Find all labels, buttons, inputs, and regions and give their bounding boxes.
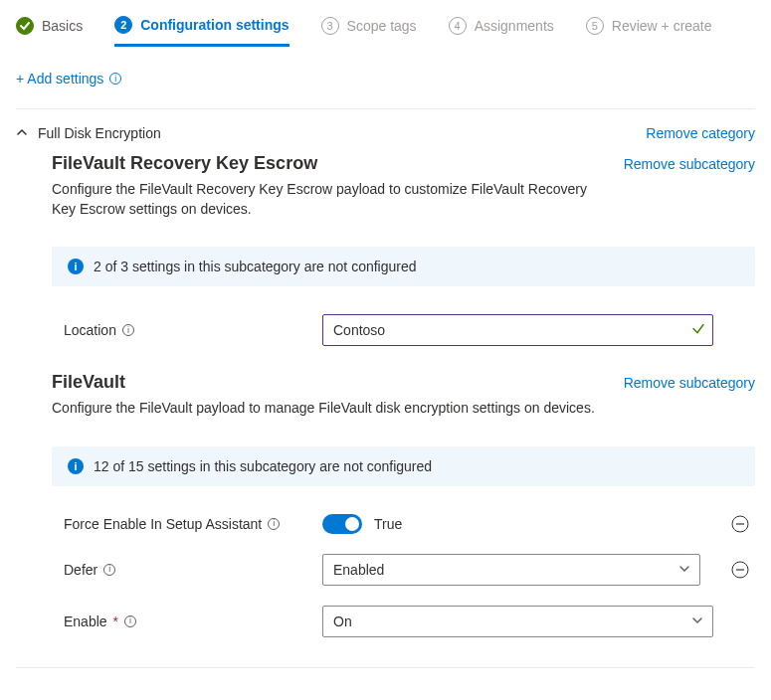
subcategory-description: Configure the FileVault payload to manag… xyxy=(52,399,609,419)
step-configuration-settings[interactable]: 2 Configuration settings xyxy=(114,16,289,47)
step-scope-tags[interactable]: 3 Scope tags xyxy=(321,17,417,45)
subcategory-filevault: FileVault Remove subcategory Configure t… xyxy=(52,372,755,637)
defer-select[interactable]: Enabled xyxy=(322,554,700,586)
info-icon: i xyxy=(68,259,84,274)
category-header: Full Disk Encryption Remove category xyxy=(16,125,755,141)
remove-category-link[interactable]: Remove category xyxy=(646,125,755,141)
step-number-icon: 3 xyxy=(321,17,339,35)
setting-row-force-enable: Force Enable In Setup Assistant i True xyxy=(52,514,755,534)
banner-text: 12 of 15 settings in this subcategory ar… xyxy=(94,458,432,474)
step-label: Assignments xyxy=(475,18,554,34)
step-label: Review + create xyxy=(612,18,712,34)
subcategory-filevault-escrow: FileVault Recovery Key Escrow Remove sub… xyxy=(52,153,755,346)
step-number-icon: 2 xyxy=(114,16,132,34)
subcategory-title: FileVault xyxy=(52,372,125,393)
info-banner: i 12 of 15 settings in this subcategory … xyxy=(52,446,755,486)
force-enable-toggle[interactable] xyxy=(322,514,362,534)
remove-setting-icon[interactable] xyxy=(731,515,749,533)
setting-row-defer: Defer i Enabled xyxy=(52,554,755,586)
step-number-icon: 4 xyxy=(449,17,467,35)
location-input[interactable] xyxy=(322,314,713,346)
checkmark-icon xyxy=(16,17,34,35)
step-label: Scope tags xyxy=(347,18,417,34)
remove-subcategory-link[interactable]: Remove subcategory xyxy=(624,156,755,172)
step-label: Configuration settings xyxy=(140,17,289,33)
checkmark-icon xyxy=(691,322,705,339)
remove-subcategory-link[interactable]: Remove subcategory xyxy=(624,375,755,391)
step-assignments[interactable]: 4 Assignments xyxy=(449,17,554,45)
wizard-stepper: Basics 2 Configuration settings 3 Scope … xyxy=(16,16,755,47)
setting-label: Force Enable In Setup Assistant xyxy=(64,516,262,532)
divider xyxy=(16,667,755,668)
setting-row-location: Location i xyxy=(52,314,755,346)
step-label: Basics xyxy=(42,18,83,34)
setting-label: Location xyxy=(64,322,116,338)
chevron-up-icon[interactable] xyxy=(16,125,28,141)
required-asterisk: * xyxy=(113,613,118,629)
setting-label: Defer xyxy=(64,562,97,578)
add-settings-label: + Add settings xyxy=(16,71,103,87)
divider xyxy=(16,108,755,109)
info-icon[interactable]: i xyxy=(109,73,121,85)
toggle-state-label: True xyxy=(374,516,402,532)
step-basics[interactable]: Basics xyxy=(16,17,83,45)
subcategory-description: Configure the FileVault Recovery Key Esc… xyxy=(52,180,609,219)
category-title: Full Disk Encryption xyxy=(38,125,161,141)
info-icon: i xyxy=(68,458,84,474)
info-icon[interactable]: i xyxy=(122,324,134,336)
step-number-icon: 5 xyxy=(586,17,604,35)
add-settings-link[interactable]: + Add settings i xyxy=(16,71,121,87)
subcategory-title: FileVault Recovery Key Escrow xyxy=(52,153,317,174)
setting-row-enable: Enable * i On xyxy=(52,606,755,637)
enable-select[interactable]: On xyxy=(322,606,713,637)
banner-text: 2 of 3 settings in this subcategory are … xyxy=(94,259,417,274)
info-icon[interactable]: i xyxy=(268,518,280,530)
info-banner: i 2 of 3 settings in this subcategory ar… xyxy=(52,247,755,286)
step-review-create[interactable]: 5 Review + create xyxy=(586,17,712,45)
remove-setting-icon[interactable] xyxy=(731,561,749,579)
info-icon[interactable]: i xyxy=(124,615,136,627)
info-icon[interactable]: i xyxy=(103,564,115,576)
setting-label: Enable xyxy=(64,613,107,629)
